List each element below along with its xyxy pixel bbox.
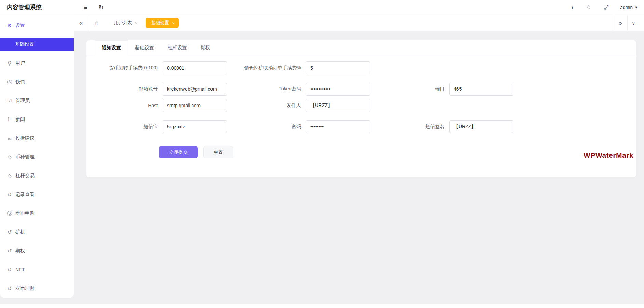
tab-notification-settings[interactable]: 通知设置: [95, 40, 128, 55]
tab-label: 基础设置: [151, 20, 169, 26]
settings-card: 通知设置 基础设置 杠杆设置 期权 货币划转手续费(0-100) 锁仓挖矿取消订…: [86, 40, 636, 177]
sidebar-item-label: 投拆建议: [15, 135, 35, 141]
close-icon[interactable]: ×: [135, 20, 138, 26]
card-tabs: 通知设置 基础设置 杠杆设置 期权: [86, 40, 636, 55]
password-input[interactable]: [306, 120, 370, 133]
form-field: 短信签名: [370, 120, 513, 133]
field-label: 密码: [227, 124, 306, 130]
form-field-empty: [370, 99, 513, 112]
tab-basic-settings[interactable]: 基础设置: [128, 40, 161, 55]
tab-user-list[interactable]: 用户列表 ×: [109, 18, 142, 28]
sidebar-item-margin-trading[interactable]: ◇ 杠杆交易: [0, 169, 74, 183]
tab-label: 用户列表: [114, 20, 132, 26]
field-label: 发件人: [227, 102, 306, 109]
sidebar-item-basic-settings[interactable]: 基础设置: [0, 38, 74, 51]
notification-settings-form: 货币划转手续费(0-100) 锁仓挖矿取消订单手续费% 邮箱账号 Token密码: [86, 55, 636, 158]
sidebar-item-label: 用户: [15, 60, 25, 66]
email-account-input[interactable]: [163, 83, 227, 96]
host-input[interactable]: [163, 99, 227, 112]
tab-leverage-settings[interactable]: 杠杆设置: [161, 40, 194, 55]
gem-icon: ◇: [7, 154, 12, 160]
form-row: Host 发件人: [95, 99, 628, 112]
close-icon[interactable]: ×: [172, 20, 175, 26]
history-icon: ↺: [7, 192, 12, 198]
form-field: 端口: [370, 83, 513, 96]
tab-basic-settings[interactable]: 基础设置 ×: [146, 18, 179, 28]
infinity-icon: ∞: [7, 136, 12, 141]
sidebar-item-news[interactable]: ⚐ 新闻: [0, 113, 74, 126]
sidebar-item-label: 钱包: [15, 79, 25, 85]
field-label: Host: [95, 103, 163, 108]
dollar-circle-icon: Ⓢ: [7, 79, 12, 85]
form-row: 货币划转手续费(0-100) 锁仓挖矿取消订单手续费%: [95, 61, 628, 74]
tab-options[interactable]: 期权: [194, 40, 217, 55]
sidebar-item-new-coin-subscription[interactable]: Ⓢ 新币申购: [0, 207, 74, 220]
sender-input[interactable]: [306, 99, 370, 112]
sms-signature-input[interactable]: [449, 120, 513, 133]
sidebar-item-label: 币种管理: [15, 154, 35, 160]
theme-palette-icon[interactable]: ◑: [570, 4, 573, 11]
lock-mining-cancel-fee-input[interactable]: [306, 61, 370, 74]
button-row: 立即提交 重置: [159, 146, 628, 158]
gem-icon: ◇: [7, 173, 12, 179]
field-label: Token密码: [227, 86, 306, 92]
form-field: 货币划转手续费(0-100): [95, 61, 227, 74]
form-field: 短信宝: [95, 120, 227, 133]
form-field: 邮箱账号: [95, 83, 227, 96]
smsbao-input[interactable]: [163, 120, 227, 133]
sidebar-item-coin-management[interactable]: ◇ 币种管理: [0, 150, 74, 164]
reset-button[interactable]: 重置: [203, 146, 233, 158]
field-label: 锁仓挖矿取消订单手续费%: [227, 65, 306, 71]
user-icon: ⚲: [7, 60, 12, 66]
sidebar-item-label: 矿机: [15, 229, 25, 235]
circle-arrow-icon: ↺: [7, 267, 12, 273]
sidebar-item-miner[interactable]: ↺ 矿机: [0, 225, 74, 239]
shield-check-icon: ☑: [7, 98, 12, 104]
circle-arrow-icon: ↺: [7, 285, 12, 292]
watermark: WPWaterMark: [584, 151, 633, 159]
sidebar-item-users[interactable]: ⚲ 用户: [0, 56, 74, 70]
form-field-empty: [370, 61, 513, 74]
sidebar-item-label: 期权: [15, 248, 25, 254]
fullscreen-icon[interactable]: ⤢: [604, 4, 608, 11]
submit-button[interactable]: 立即提交: [159, 146, 198, 158]
token-password-input[interactable]: [306, 83, 370, 96]
sidebar-item-nft[interactable]: ↺ NFT: [0, 263, 74, 277]
collapse-right-icon[interactable]: »: [613, 19, 627, 27]
sidebar-menu: ⚙ 设置 基础设置 ⚲ 用户 Ⓢ 钱包 ☑ 管理员 ⚐ 新闻 ∞ 投拆建议 ◇ …: [0, 15, 74, 295]
sidebar-item-records[interactable]: ↺ 记录查看: [0, 188, 74, 201]
user-menu[interactable]: admin ▼: [620, 5, 638, 10]
sidebar-item-label: 基础设置: [15, 41, 34, 47]
sidebar-item-label: 新币申购: [15, 210, 35, 216]
field-label: 短信签名: [370, 124, 449, 130]
circle-arrow-icon: ↺: [7, 248, 12, 254]
form-field: 密码: [227, 120, 370, 133]
dollar-circle-icon: Ⓢ: [7, 210, 12, 217]
collapse-left-icon[interactable]: «: [74, 19, 88, 27]
field-label: 邮箱账号: [95, 86, 163, 92]
port-input[interactable]: [449, 83, 513, 96]
sidebar-item-label: 设置: [15, 23, 25, 29]
home-icon[interactable]: ⌂: [88, 19, 105, 27]
chevron-down-icon[interactable]: ∨: [628, 20, 639, 26]
form-row: 短信宝 密码 短信签名: [95, 120, 628, 133]
app-title: 内容管理系统: [0, 0, 74, 15]
footer-strip: [0, 304, 644, 308]
main-content: 通知设置 基础设置 杠杆设置 期权 货币划转手续费(0-100) 锁仓挖矿取消订…: [74, 31, 644, 308]
form-field: Token密码: [227, 83, 370, 96]
sidebar-item-wallet[interactable]: Ⓢ 钱包: [0, 75, 74, 89]
sidebar-item-options[interactable]: ↺ 期权: [0, 244, 74, 258]
field-label: 端口: [370, 86, 449, 92]
sidebar-item-admins[interactable]: ☑ 管理员: [0, 94, 74, 108]
sidebar-item-feedback[interactable]: ∞ 投拆建议: [0, 131, 74, 145]
sidebar-item-label: NFT: [15, 267, 25, 272]
sidebar-item-dual-invest[interactable]: ↺ 双币理财: [0, 282, 74, 295]
form-row: 邮箱账号 Token密码 端口: [95, 83, 628, 96]
currency-transfer-fee-input[interactable]: [163, 61, 227, 74]
form-field: 发件人: [227, 99, 370, 112]
sidebar-item-settings[interactable]: ⚙ 设置: [0, 19, 74, 32]
menu-fold-icon[interactable]: ≡: [84, 4, 88, 11]
tag-icon[interactable]: ♢: [586, 4, 591, 11]
sidebar-item-label: 杠杆交易: [15, 173, 35, 179]
refresh-icon[interactable]: ↻: [99, 4, 104, 11]
